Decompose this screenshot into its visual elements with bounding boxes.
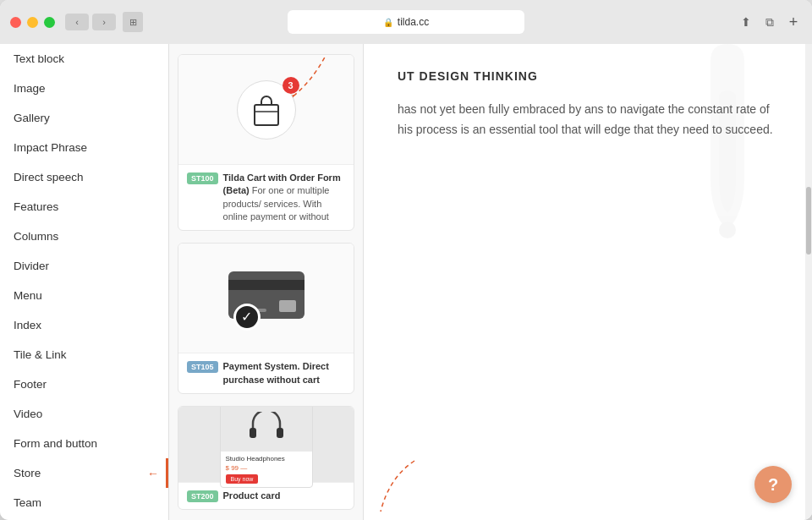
back-button[interactable]: ‹: [65, 14, 89, 30]
tab-icon: ⊞: [123, 12, 143, 32]
scrollbar-track[interactable]: [805, 44, 812, 520]
block-desc-st200: Product card: [223, 490, 281, 502]
svg-rect-1: [255, 105, 278, 125]
favicon: 🔒: [383, 18, 393, 27]
help-button[interactable]: ?: [754, 466, 792, 503]
right-panel: UT DESIGN THINKING has not yet been full…: [364, 44, 812, 520]
titlebar: ‹ › ⊞ 🔒 tilda.cc ⬆ ⧉ +: [0, 0, 812, 44]
product-card-inner: Studio Headphones $ 99 — Buy now: [220, 406, 313, 489]
titlebar-actions: ⬆ ⧉ +: [738, 14, 802, 30]
share-icon[interactable]: ⬆: [738, 14, 754, 30]
sidebar-item-divider[interactable]: Divider: [0, 251, 168, 281]
block-tag-st105: ST105: [187, 361, 218, 373]
block-card-st100[interactable]: 3 ST100 Tilda Cart with Order Form (Beta…: [178, 54, 354, 231]
credit-card-preview: ✓: [228, 244, 304, 353]
dashed-arrow-bottom: [364, 452, 448, 520]
shopping-bag-icon: [251, 93, 282, 127]
sidebar-item-footer[interactable]: Footer: [0, 369, 168, 399]
product-price: $ 99 —: [226, 464, 307, 472]
block-tag-st100: ST100: [187, 172, 218, 184]
svg-point-5: [719, 222, 736, 238]
product-name: Studio Headphones: [226, 455, 307, 463]
sidebar-item-video[interactable]: Video: [0, 399, 168, 429]
svg-rect-4: [277, 428, 283, 438]
maximize-button[interactable]: [44, 17, 55, 28]
sidebar-item-form-button[interactable]: Form and button: [0, 429, 168, 458]
block-preview-st200: Studio Headphones $ 99 — Buy now: [178, 407, 354, 483]
new-tab-icon[interactable]: ⧉: [761, 14, 778, 30]
main-content: Text block Image Gallery Impact Phrase D…: [0, 44, 812, 520]
sidebar-item-impact-phrase[interactable]: Impact Phrase: [0, 133, 168, 162]
sidebar-item-direct-speech[interactable]: Direct speech: [0, 162, 168, 192]
block-card-st105[interactable]: ✓ ST105 Payment System. Direct purchase …: [178, 243, 354, 394]
sidebar-item-team[interactable]: Team: [0, 488, 168, 517]
add-tab-icon[interactable]: +: [785, 14, 802, 30]
headphones-icon: [248, 412, 285, 441]
block-preview-st105: ✓: [178, 244, 354, 353]
sidebar: Text block Image Gallery Impact Phrase D…: [0, 44, 169, 520]
cart-badge: 3: [283, 77, 299, 94]
block-tag-st200: ST200: [187, 490, 218, 502]
block-desc-st105: Payment System. Direct purchase without …: [223, 360, 345, 386]
traffic-lights: [10, 17, 55, 28]
sidebar-item-menu[interactable]: Menu: [0, 281, 168, 310]
minimize-button[interactable]: [27, 17, 38, 28]
block-preview-st100: 3: [178, 55, 354, 165]
product-details: Studio Headphones $ 99 — Buy now: [221, 452, 312, 487]
sidebar-item-image[interactable]: Image: [0, 74, 168, 103]
right-content: UT DESIGN THINKING has not yet been full…: [398, 69, 778, 140]
nav-buttons: ‹ ›: [65, 14, 116, 30]
sidebar-item-text-block[interactable]: Text block: [0, 44, 168, 74]
center-panel: 3 ST100 Tilda Cart with Order Form (Beta…: [169, 44, 364, 520]
forward-button[interactable]: ›: [92, 14, 116, 30]
block-card-st200[interactable]: Studio Headphones $ 99 — Buy now ST200 P…: [178, 406, 354, 510]
url-text: tilda.cc: [398, 16, 429, 28]
sidebar-item-index[interactable]: Index: [0, 310, 168, 340]
close-button[interactable]: [10, 17, 21, 28]
block-info-st105: ST105 Payment System. Direct purchase wi…: [178, 353, 354, 393]
bag-icon-wrapper: 3: [237, 80, 296, 140]
store-arrow-icon: ←: [147, 467, 159, 480]
svg-rect-3: [250, 428, 256, 438]
product-buy-button[interactable]: Buy now: [226, 474, 259, 484]
sidebar-item-store[interactable]: Store ←: [0, 458, 168, 488]
address-bar[interactable]: 🔒 tilda.cc: [288, 10, 524, 34]
scrollbar-thumb[interactable]: [806, 187, 811, 255]
browser-window: ‹ › ⊞ 🔒 tilda.cc ⬆ ⧉ + Text block Image …: [0, 0, 812, 520]
block-desc-st100: Tilda Cart with Order Form (Beta) For on…: [223, 172, 345, 224]
product-img-area: [221, 406, 312, 452]
sidebar-item-gallery[interactable]: Gallery: [0, 103, 168, 133]
page-heading: UT DESIGN THINKING: [398, 69, 778, 83]
block-info-st100: ST100 Tilda Cart with Order Form (Beta) …: [178, 165, 354, 231]
sidebar-item-tile-link[interactable]: Tile & Link: [0, 340, 168, 369]
sidebar-item-features[interactable]: Features: [0, 192, 168, 222]
page-body-text: has not yet been fully embraced by ans t…: [398, 100, 778, 140]
sidebar-item-columns[interactable]: Columns: [0, 222, 168, 251]
